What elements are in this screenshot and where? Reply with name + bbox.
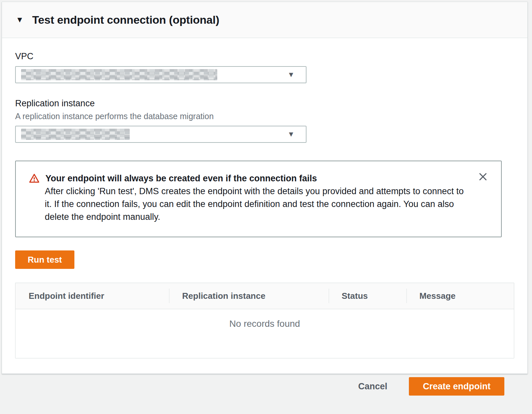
column-header-status: Status	[329, 283, 406, 309]
chevron-down-icon: ▼	[287, 131, 295, 138]
table-header-row: Endpoint identifier Replication instance…	[15, 283, 514, 309]
vpc-select[interactable]: ▼	[15, 66, 306, 83]
test-results-table: Endpoint identifier Replication instance…	[15, 283, 514, 358]
replication-instance-field: Replication instance A replication insta…	[15, 98, 514, 143]
vpc-field: VPC ▼	[15, 51, 514, 83]
section-title: Test endpoint connection (optional)	[32, 13, 219, 26]
chevron-down-icon: ▼	[287, 71, 295, 78]
replication-instance-selected-value-redacted	[21, 129, 130, 140]
warning-header: Your endpoint will always be created eve…	[29, 172, 488, 185]
replication-instance-select[interactable]: ▼	[15, 126, 306, 143]
replication-instance-description: A replication instance performs the data…	[15, 112, 514, 121]
section-body: VPC ▼ Replication instance A replication…	[2, 38, 527, 374]
warning-body-text: After clicking 'Run test', DMS creates t…	[45, 185, 473, 223]
spacer	[15, 83, 514, 98]
vpc-label: VPC	[15, 51, 514, 62]
replication-instance-label: Replication instance	[15, 98, 514, 109]
collapse-triangle-icon[interactable]: ▼	[16, 16, 24, 24]
test-endpoint-connection-card: ▼ Test endpoint connection (optional) VP…	[2, 2, 528, 374]
column-header-replication-instance: Replication instance	[169, 283, 328, 309]
warning-triangle-icon	[29, 173, 40, 185]
column-header-message: Message	[406, 283, 514, 309]
form-footer-actions: Cancel Create endpoint	[0, 377, 532, 396]
connection-warning-alert: Your endpoint will always be created eve…	[15, 161, 502, 237]
vpc-selected-value-redacted	[21, 69, 217, 80]
warning-title: Your endpoint will always be created eve…	[45, 172, 317, 185]
section-header-expander[interactable]: ▼ Test endpoint connection (optional)	[2, 2, 527, 38]
create-endpoint-button[interactable]: Create endpoint	[409, 377, 504, 396]
run-test-button[interactable]: Run test	[15, 250, 74, 269]
table-empty-state: No records found	[15, 309, 514, 358]
cancel-button[interactable]: Cancel	[358, 381, 387, 392]
close-icon[interactable]	[477, 171, 489, 182]
column-header-endpoint-identifier: Endpoint identifier	[15, 283, 169, 309]
